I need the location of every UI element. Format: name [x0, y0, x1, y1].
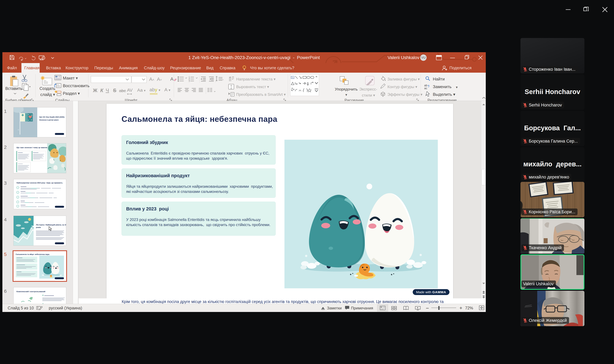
svg-text:Найпоширеніші зоонози 2023 рок: Найпоширеніші зоонози 2023 року: тварі, …: [16, 182, 63, 184]
svg-text:A: A: [170, 76, 173, 82]
svg-text:Що таке зоонози і чому це важл: Що таке зоонози і чому це важливо?: [16, 147, 50, 148]
svg-text:Зоонози в центрі уваги: Зоонози в центрі уваги: [39, 119, 58, 121]
svg-text:Лістеріоз: Найвищий рівень за: Лістеріоз: Найвищий рівень за 16: [36, 224, 66, 226]
svg-text:Сальмонела та яйця: небезпечна: Сальмонела та яйця: небезпечна пара: [16, 253, 49, 255]
svg-text:років: років: [36, 226, 41, 228]
svg-text:Комплексний і контрольований: Комплексний і контрольований: [16, 291, 45, 292]
svg-text:ac: ac: [424, 87, 427, 90]
svg-text:Звіт ЄС One Health 2023 (2025): Звіт ЄС One Health 2023 (2025):: [39, 116, 65, 118]
svg-text:ab: ab: [424, 84, 427, 87]
svg-text:3: 3: [189, 80, 190, 82]
